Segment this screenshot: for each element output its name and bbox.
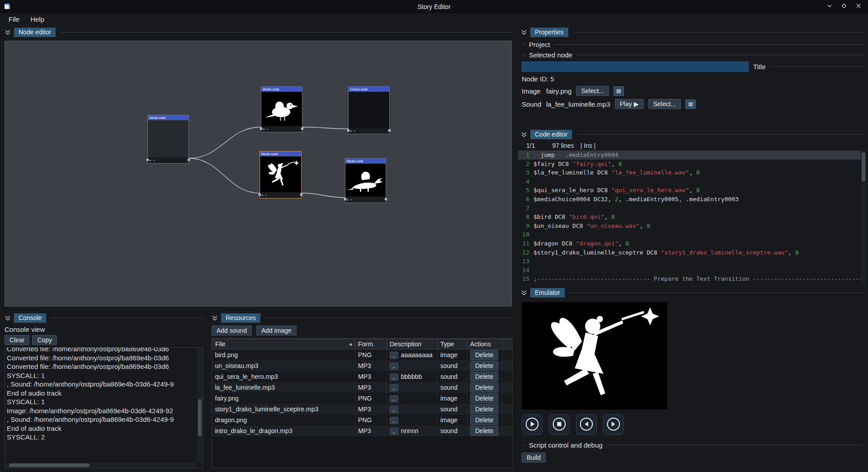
node-controls[interactable]: ▸▪ xyxy=(261,126,302,132)
graph-node-fairy[interactable]: Media node ▸▪ xyxy=(259,151,302,198)
title-input[interactable] xyxy=(522,61,749,72)
node-play-icon[interactable]: ▸ xyxy=(347,197,349,203)
graph-node-start[interactable]: Media node▸▪ xyxy=(147,115,189,164)
graph-node-dragon[interactable]: Media node ▸▪ xyxy=(345,158,386,203)
image-select-button[interactable]: Select... xyxy=(576,86,609,96)
resource-format: MP3 xyxy=(355,360,387,371)
close-button[interactable] xyxy=(853,2,864,12)
add-image-button[interactable]: Add image xyxy=(256,326,297,335)
edit-description-button[interactable]: .. xyxy=(390,363,398,370)
collapse-icon[interactable] xyxy=(4,314,12,322)
node-stop-icon[interactable]: ▪ xyxy=(153,157,155,163)
console-vertical-scrollbar[interactable] xyxy=(197,348,203,463)
column-header-type[interactable]: Type xyxy=(438,339,467,349)
edit-description-button[interactable]: .. xyxy=(390,395,398,402)
edit-description-button[interactable]: .. xyxy=(390,373,398,381)
column-header-format[interactable]: Form. xyxy=(355,339,387,349)
resources-buttons: Add sound Add image xyxy=(212,326,513,335)
delete-button[interactable]: Delete xyxy=(470,426,498,436)
resource-type: sound xyxy=(438,360,467,371)
build-button[interactable]: Build xyxy=(522,453,546,463)
resource-row[interactable]: fairy.pngPNG..imageDelete xyxy=(212,393,513,404)
delete-button[interactable]: Delete xyxy=(470,404,498,414)
scrollbar-thumb[interactable] xyxy=(9,463,90,467)
emulator-display[interactable] xyxy=(522,302,667,410)
sound-play-button[interactable]: Play ▶ xyxy=(615,99,644,109)
maximize-icon xyxy=(841,3,847,10)
edit-description-button[interactable]: .. xyxy=(390,406,398,413)
delete-button[interactable]: Delete xyxy=(470,350,498,360)
delete-button[interactable]: Delete xyxy=(470,372,498,382)
play-icon xyxy=(525,417,539,433)
node-play-icon[interactable]: ▸ xyxy=(262,192,264,198)
menu-help[interactable]: Help xyxy=(25,14,49,24)
collapse-icon[interactable] xyxy=(4,28,12,36)
sort-ascending-icon: ▲ xyxy=(349,341,353,346)
clear-button[interactable]: Clear xyxy=(5,335,29,345)
node-stop-icon[interactable]: ▪ xyxy=(267,126,268,132)
resource-row[interactable]: bird.pngPNG..aaaaaaaaaimageDelete xyxy=(212,349,513,361)
title-label: Title xyxy=(753,63,766,71)
scrollbar-thumb[interactable] xyxy=(198,399,202,436)
stop-button[interactable] xyxy=(549,414,570,435)
copy-button[interactable]: Copy xyxy=(32,335,57,345)
chevron-down-icon xyxy=(827,3,832,10)
graph-node-choice[interactable]: Choice node▸▪ xyxy=(348,86,390,134)
collapse-icon[interactable] xyxy=(520,130,528,138)
edit-description-button[interactable]: .. xyxy=(390,417,398,424)
resource-row[interactable]: intro_drako_le_dragon.mp3MP3..nnnnnsound… xyxy=(212,425,513,436)
node-play-icon[interactable]: ▸ xyxy=(350,128,352,134)
resource-row[interactable]: la_fee_luminelle.mp3MP3..soundDelete xyxy=(212,382,513,393)
edit-description-button[interactable]: .. xyxy=(390,352,398,359)
menu-file[interactable]: File xyxy=(4,14,24,24)
console-log[interactable]: Converted file: /home/anthony/ostproj/ba… xyxy=(5,347,203,468)
back-button[interactable] xyxy=(576,414,597,435)
column-header-file[interactable]: File▲ xyxy=(212,339,355,349)
resource-row[interactable]: dragon.pngPNG..imageDelete xyxy=(212,415,513,425)
play-button[interactable] xyxy=(522,414,542,435)
resource-actions-cell: Delete xyxy=(467,349,503,361)
code-line: 6$mediaChoice0004 DC32, 2, .mediaEntry00… xyxy=(518,195,866,204)
collapse-icon[interactable] xyxy=(520,28,528,36)
column-header-description[interactable]: Description xyxy=(387,339,438,349)
console-line: Converted file: /home/anthony/ostproj/ba… xyxy=(7,347,201,354)
collapse-icon[interactable] xyxy=(211,314,219,322)
node-controls[interactable]: ▸▪ xyxy=(349,128,389,134)
console-horizontal-scrollbar[interactable] xyxy=(5,463,197,468)
code-editor-area[interactable]: 1··jump···.mediaEntry00042$fairy DC8 "fa… xyxy=(518,151,866,286)
add-sound-button[interactable]: Add sound xyxy=(212,326,252,335)
sound-select-button[interactable]: Select... xyxy=(648,99,681,109)
delete-button[interactable]: Delete xyxy=(470,393,498,403)
delete-button[interactable]: Delete xyxy=(470,415,498,425)
node-stop-icon[interactable]: ▪ xyxy=(351,197,352,203)
code-text: ··jump···.mediaEntry0004 xyxy=(533,151,618,160)
scrollbar-thumb[interactable] xyxy=(862,152,865,181)
column-header-actions[interactable]: Actions xyxy=(467,339,503,349)
code-vertical-scrollbar[interactable] xyxy=(861,151,866,286)
delete-button[interactable]: Delete xyxy=(470,361,498,371)
node-controls[interactable]: ▸▪ xyxy=(260,192,301,198)
window-title: Story Editor xyxy=(0,3,868,10)
edit-description-button[interactable]: .. xyxy=(390,428,398,435)
node-controls[interactable]: ▸▪ xyxy=(345,197,386,203)
delete-button[interactable]: Delete xyxy=(470,382,498,392)
node-controls[interactable]: ▸▪ xyxy=(148,157,189,163)
resource-row[interactable]: qui_sera_le_hero.mp3MP3..bbbbbbsoundDele… xyxy=(212,371,513,382)
node-play-icon[interactable]: ▸ xyxy=(150,157,151,163)
edit-description-button[interactable]: .. xyxy=(390,384,398,392)
resource-row[interactable]: un_oiseau.mp3MP3..soundDelete xyxy=(212,360,513,371)
image-clear-button[interactable]: ⊠ xyxy=(613,86,624,96)
node-canvas[interactable]: Media node▸▪Media node ▸▪Choice node▸▪Me… xyxy=(5,41,512,307)
collapse-icon[interactable] xyxy=(520,288,528,297)
stop-icon xyxy=(552,417,566,433)
node-stop-icon[interactable]: ▪ xyxy=(354,128,355,134)
maximize-button[interactable] xyxy=(838,2,850,12)
node-stop-icon[interactable]: ▪ xyxy=(265,192,267,198)
node-play-icon[interactable]: ▸ xyxy=(263,126,265,132)
sound-clear-button[interactable]: ⊠ xyxy=(685,99,696,109)
resource-row[interactable]: story1_drako_luminelle_sceptre.mp3MP3..s… xyxy=(212,404,513,415)
graph-node-bird[interactable]: Media node ▸▪ xyxy=(261,86,302,132)
shade-button[interactable] xyxy=(824,2,835,12)
forward-button[interactable] xyxy=(603,414,624,435)
console-line: , Sound: /home/anthony/ostproj/ba869e4b-… xyxy=(7,380,201,389)
